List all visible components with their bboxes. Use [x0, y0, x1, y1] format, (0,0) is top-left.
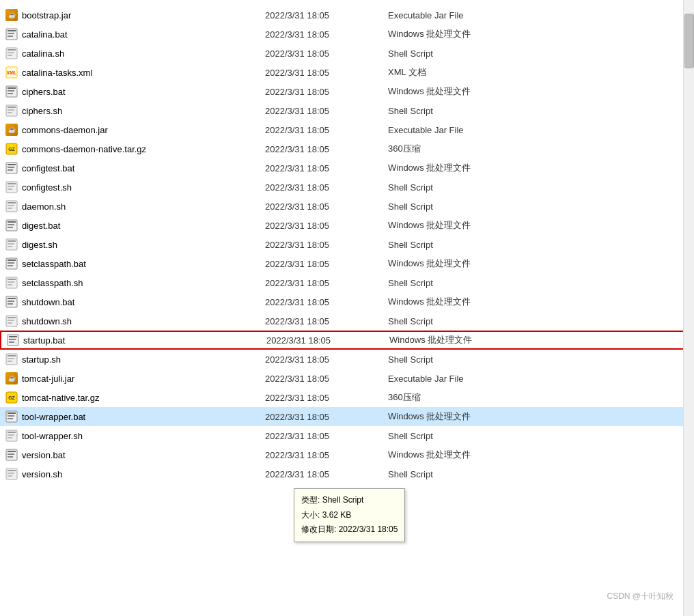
file-name: commons-daemon.jar: [22, 125, 108, 135]
file-name-col: configtest.sh: [5, 181, 265, 193]
svg-rect-30: [8, 205, 14, 206]
svg-rect-21: [8, 164, 16, 165]
file-date: 2022/3/31 18:05: [265, 29, 388, 40]
list-item[interactable]: setclasspath.bat 2022/3/31 18:05 Windows…: [0, 254, 694, 273]
file-date: 2022/3/31 18:05: [265, 87, 388, 97]
list-item[interactable]: ☕ tomcat-juli.jar 2022/3/31 18:05 Execut…: [0, 369, 694, 388]
file-type: Executable Jar File: [388, 374, 689, 384]
file-list-area: ☕ bootstrap.jar 2022/3/31 18:05 Executab…: [0, 0, 694, 616]
svg-rect-37: [8, 240, 16, 242]
list-item[interactable]: startup.sh 2022/3/31 18:05 Shell Script: [0, 350, 694, 369]
file-type: Shell Script: [388, 106, 689, 116]
list-item[interactable]: ☕ commons-daemon.jar 2022/3/31 18:05 Exe…: [0, 120, 694, 139]
file-name-col: XML catalina-tasks.xml: [5, 66, 265, 79]
file-name-col: GZ tomcat-native.tar.gz: [5, 391, 265, 404]
svg-rect-41: [8, 260, 16, 261]
file-type: 360压缩: [388, 143, 689, 155]
file-type: Windows 批处理文件: [388, 410, 689, 423]
file-date: 2022/3/31 18:05: [265, 278, 388, 288]
file-type: Shell Script: [388, 201, 689, 212]
svg-rect-17: [8, 112, 12, 113]
svg-text:GZ: GZ: [8, 395, 15, 400]
svg-rect-81: [8, 475, 12, 477]
svg-rect-72: [8, 434, 14, 436]
list-item[interactable]: ciphers.bat 2022/3/31 18:05 Windows 批处理文…: [0, 82, 694, 101]
list-item[interactable]: catalina.bat 2022/3/31 18:05 Windows 批处理…: [0, 25, 694, 44]
svg-rect-67: [8, 412, 16, 414]
file-name: catalina-tasks.xml: [22, 68, 92, 78]
svg-rect-5: [8, 49, 16, 51]
file-name-col: GZ commons-daemon-native.tar.gz: [5, 143, 265, 155]
file-tooltip: 类型: Shell Script 大小: 3.62 KB 修改日期: 2022/…: [294, 488, 405, 542]
file-date: 2022/3/31 18:05: [265, 68, 388, 78]
list-item[interactable]: shutdown.sh 2022/3/31 18:05 Shell Script: [0, 311, 694, 331]
list-item[interactable]: catalina.sh 2022/3/31 18:05 Shell Script: [0, 44, 694, 63]
file-name-col: shutdown.sh: [5, 315, 265, 327]
scrollbar-track[interactable]: [683, 0, 694, 616]
file-name: ciphers.sh: [22, 106, 62, 116]
svg-rect-11: [8, 87, 16, 89]
svg-rect-69: [8, 418, 13, 419]
list-item[interactable]: ciphers.sh 2022/3/31 18:05 Shell Script: [0, 101, 694, 120]
file-name: tomcat-native.tar.gz: [22, 393, 99, 403]
list-item[interactable]: configtest.sh 2022/3/31 18:05 Shell Scri…: [0, 178, 694, 197]
svg-rect-26: [8, 186, 14, 187]
list-item[interactable]: version.bat 2022/3/31 18:05 Windows 批处理文…: [0, 445, 694, 464]
svg-rect-50: [8, 300, 14, 302]
list-item[interactable]: ☕ bootstrap.jar 2022/3/31 18:05 Executab…: [0, 5, 694, 25]
list-item[interactable]: tool-wrapper.bat 2022/3/31 18:05 Windows…: [0, 407, 694, 426]
file-type: Shell Script: [388, 354, 689, 365]
svg-rect-73: [8, 437, 12, 438]
svg-rect-13: [8, 93, 13, 94]
svg-rect-59: [9, 341, 14, 343]
file-date: 2022/3/31 18:05: [265, 10, 388, 20]
file-name: digest.sh: [22, 240, 57, 250]
scrollbar-thumb[interactable]: [684, 14, 694, 68]
list-item[interactable]: tool-wrapper.sh 2022/3/31 18:05 Shell Sc…: [0, 426, 694, 445]
file-name: configtest.sh: [22, 182, 72, 193]
file-type: Windows 批处理文件: [388, 162, 689, 174]
file-name-col: tool-wrapper.bat: [5, 410, 265, 423]
file-date: 2022/3/31 18:05: [265, 221, 388, 231]
svg-rect-42: [8, 262, 14, 264]
tooltip-size: 大小: 3.62 KB: [301, 508, 398, 523]
file-date: 2022/3/31 18:05: [265, 316, 388, 326]
file-name: setclasspath.bat: [22, 259, 86, 269]
list-item[interactable]: startup.bat 2022/3/31 18:05 Windows 批处理文…: [0, 331, 694, 350]
file-date: 2022/3/31 18:05: [265, 469, 388, 479]
svg-rect-27: [8, 188, 12, 190]
file-date: 2022/3/31 18:05: [265, 297, 388, 307]
file-name: tomcat-juli.jar: [22, 374, 74, 384]
file-name-col: ☕ bootstrap.jar: [5, 9, 265, 21]
svg-text:XML: XML: [7, 70, 18, 75]
file-name: shutdown.sh: [22, 316, 72, 326]
tooltip-modified: 修改日期: 2022/3/31 18:05: [301, 522, 398, 537]
svg-rect-34: [8, 224, 14, 225]
list-item[interactable]: shutdown.bat 2022/3/31 18:05 Windows 批处理…: [0, 292, 694, 311]
list-item[interactable]: daemon.sh 2022/3/31 18:05 Shell Script: [0, 197, 694, 216]
svg-rect-12: [8, 90, 14, 92]
list-item[interactable]: digest.bat 2022/3/31 18:05 Windows 批处理文件: [0, 216, 694, 235]
file-type: Shell Script: [388, 431, 689, 441]
file-date: 2022/3/31 18:05: [265, 431, 388, 441]
file-name: startup.bat: [23, 335, 65, 346]
file-type: Windows 批处理文件: [388, 28, 689, 40]
list-item[interactable]: GZ tomcat-native.tar.gz 2022/3/31 18:05 …: [0, 388, 694, 407]
list-item[interactable]: XML catalina-tasks.xml 2022/3/31 18:05 X…: [0, 63, 694, 82]
file-name: version.bat: [22, 450, 66, 460]
file-date: 2022/3/31 18:05: [265, 374, 388, 384]
svg-rect-7: [8, 55, 12, 56]
svg-rect-54: [8, 320, 14, 321]
svg-rect-79: [8, 470, 16, 471]
list-item[interactable]: configtest.bat 2022/3/31 18:05 Windows 批…: [0, 158, 694, 178]
file-date: 2022/3/31 18:05: [265, 125, 388, 135]
file-date: 2022/3/31 18:05: [265, 163, 388, 173]
file-type: Shell Script: [388, 240, 689, 250]
file-date: 2022/3/31 18:05: [265, 450, 388, 460]
list-item[interactable]: setclasspath.sh 2022/3/31 18:05 Shell Sc…: [0, 273, 694, 292]
list-item[interactable]: version.sh 2022/3/31 18:05 Shell Script: [0, 464, 694, 484]
file-type: Executable Jar File: [388, 125, 689, 135]
file-date: 2022/3/31 18:05: [266, 335, 389, 346]
list-item[interactable]: digest.sh 2022/3/31 18:05 Shell Script: [0, 235, 694, 254]
list-item[interactable]: GZ commons-daemon-native.tar.gz 2022/3/3…: [0, 139, 694, 158]
